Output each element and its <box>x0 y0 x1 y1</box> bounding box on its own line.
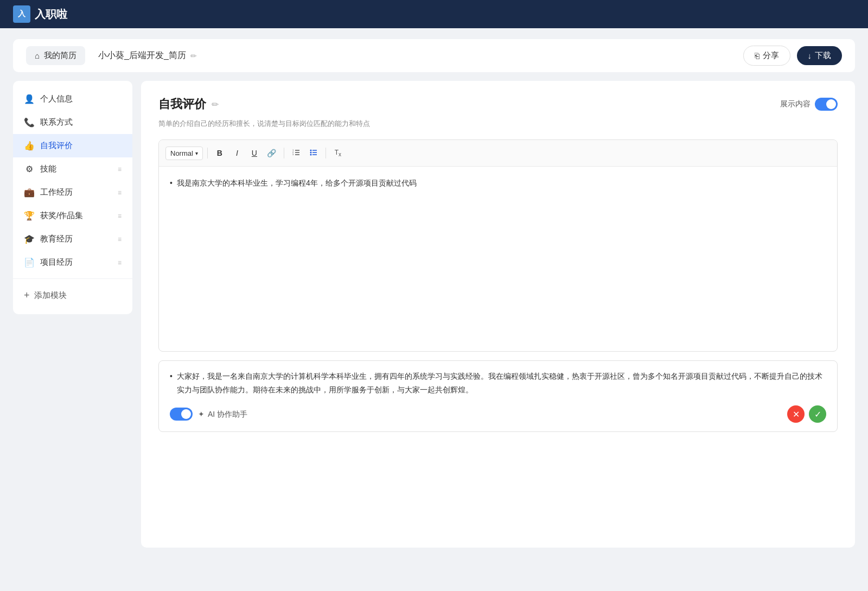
sidebar-item-self-eval[interactable]: 👍 自我评价 <box>13 134 132 157</box>
sidebar-label-education: 教育经历 <box>40 234 73 244</box>
resume-title-text: 小小葵_后端开发_简历 <box>98 50 186 61</box>
briefcase-icon: 💼 <box>24 187 35 198</box>
main-container: ⌂ 我的简历 小小葵_后端开发_简历 ✏ ⎗ 分享 ↓ 下载 👤 个 <box>0 28 868 558</box>
person-icon: 👤 <box>24 94 35 104</box>
app-name: 入职啦 <box>35 7 67 22</box>
drag-handle-skills: ≡ <box>118 166 122 173</box>
sidebar-label-skills: 技能 <box>40 164 56 174</box>
cancel-icon: ✕ <box>793 409 800 420</box>
sidebar-item-contact[interactable]: 📞 联系方式 <box>13 111 132 134</box>
share-label: 分享 <box>763 50 779 61</box>
sidebar-divider <box>13 278 132 279</box>
drag-handle-work: ≡ <box>118 189 122 196</box>
toolbar-divider-1 <box>207 148 208 158</box>
sidebar-label-projects: 项目经历 <box>40 257 73 268</box>
ul-icon <box>309 148 318 158</box>
underline-icon: U <box>252 149 257 157</box>
ai-sparkle-icon: ✦ <box>198 408 205 421</box>
confirm-icon: ✓ <box>814 409 821 420</box>
underline-button[interactable]: U <box>247 145 262 161</box>
toolbar-divider-2 <box>284 148 284 158</box>
thumb-icon: 👍 <box>24 141 35 151</box>
ai-suggestion-content: 大家好，我是一名来自南京大学的计算机科学本科毕业生，拥有四年的系统学习与实践经验… <box>177 370 826 397</box>
bold-button[interactable]: B <box>212 145 227 161</box>
phone-icon: 📞 <box>24 117 35 128</box>
display-toggle[interactable] <box>815 98 838 111</box>
sidebar-item-skills[interactable]: ⚙ 技能 ≡ <box>13 157 132 181</box>
ai-left: ✦ AI 协作助手 <box>170 408 247 421</box>
ai-toggle[interactable] <box>170 408 193 421</box>
ai-actions: ✕ ✓ <box>787 405 826 423</box>
header-actions: ⎗ 分享 ↓ 下载 <box>743 46 843 66</box>
bold-icon: B <box>217 149 222 157</box>
sidebar-item-projects[interactable]: 📄 项目经历 ≡ <box>13 251 132 274</box>
section-header: 自我评价 ✏ 展示内容 <box>158 96 838 112</box>
app-logo: 入 入职啦 <box>13 5 67 23</box>
ai-label: ✦ AI 协作助手 <box>198 408 247 421</box>
add-module-label: 添加模块 <box>34 290 67 301</box>
doc-icon: 📄 <box>24 257 35 268</box>
sidebar-item-education[interactable]: 🎓 教育经历 ≡ <box>13 227 132 251</box>
header-left: ⌂ 我的简历 小小葵_后端开发_简历 ✏ <box>26 46 197 65</box>
ai-suggestion-box: 大家好，我是一名来自南京大学的计算机科学本科毕业生，拥有四年的系统学习与实践经验… <box>158 360 838 432</box>
share-button[interactable]: ⎗ 分享 <box>743 46 790 66</box>
ol-icon: 1 2 3 <box>292 148 301 158</box>
header-bar: ⌂ 我的简历 小小葵_后端开发_简历 ✏ ⎗ 分享 ↓ 下载 <box>13 39 855 72</box>
edu-icon: 🎓 <box>24 234 35 244</box>
toggle-label: 展示内容 <box>780 99 810 109</box>
drag-handle-awards: ≡ <box>118 212 122 220</box>
format-select[interactable]: Normal ▾ <box>165 147 203 160</box>
chevron-down-icon: ▾ <box>195 150 198 156</box>
my-resume-label: 我的简历 <box>44 50 76 61</box>
svg-point-7 <box>310 151 311 153</box>
editor-container: Normal ▾ B I U 🔗 <box>158 139 838 352</box>
sidebar-item-work[interactable]: 💼 工作经历 ≡ <box>13 181 132 204</box>
svg-point-8 <box>310 154 311 155</box>
logo-icon: 入 <box>13 5 30 23</box>
sidebar-label-work: 工作经历 <box>40 187 73 198</box>
sidebar-label-self-eval: 自我评价 <box>40 141 73 151</box>
ai-footer: ✦ AI 协作助手 ✕ ✓ <box>170 405 826 423</box>
italic-icon: I <box>236 149 238 157</box>
sidebar-label-awards: 获奖/作品集 <box>40 211 83 221</box>
ai-suggestion-text: 大家好，我是一名来自南京大学的计算机科学本科毕业生，拥有四年的系统学习与实践经验… <box>170 370 826 397</box>
clear-format-icon: Tx <box>335 149 341 157</box>
download-button[interactable]: ↓ 下载 <box>797 46 843 65</box>
add-module-button[interactable]: + 添加模块 <box>13 283 132 308</box>
editor-text: 我是南京大学的本科毕业生，学习编程4年，给多个开源项目贡献过代码 <box>177 176 417 190</box>
italic-button[interactable]: I <box>229 145 245 161</box>
resume-title-edit-icon[interactable]: ✏ <box>190 52 197 60</box>
unordered-list-button[interactable] <box>306 145 321 161</box>
sidebar: 👤 个人信息 📞 联系方式 👍 自我评价 ⚙ 技能 ≡ 💼 工作经历 ≡ <box>13 81 132 314</box>
section-edit-icon[interactable]: ✏ <box>212 99 219 110</box>
editor-content[interactable]: 我是南京大学的本科毕业生，学习编程4年，给多个开源项目贡献过代码 <box>159 167 837 351</box>
link-button[interactable]: 🔗 <box>264 145 279 161</box>
toolbar-divider-3 <box>326 148 326 158</box>
topbar: 入 入职啦 <box>0 0 868 28</box>
section-title-row: 自我评价 ✏ <box>158 96 219 112</box>
section-title: 自我评价 <box>158 96 206 112</box>
resume-title: 小小葵_后端开发_简历 ✏ <box>98 50 197 61</box>
section-toggle: 展示内容 <box>780 98 838 111</box>
download-label: 下载 <box>815 50 831 61</box>
home-icon: ⌂ <box>35 51 40 60</box>
ai-cancel-button[interactable]: ✕ <box>787 405 805 423</box>
content-area: 👤 个人信息 📞 联系方式 👍 自我评价 ⚙ 技能 ≡ 💼 工作经历 ≡ <box>13 81 855 548</box>
add-icon: + <box>24 290 30 301</box>
ai-confirm-button[interactable]: ✓ <box>809 405 826 423</box>
section-hint: 简单的介绍自己的经历和擅长，说清楚与目标岗位匹配的能力和特点 <box>158 119 838 129</box>
sidebar-item-personal[interactable]: 👤 个人信息 <box>13 87 132 111</box>
share-icon: ⎗ <box>755 51 760 60</box>
sidebar-item-awards[interactable]: 🏆 获奖/作品集 ≡ <box>13 204 132 227</box>
editor-toolbar: Normal ▾ B I U 🔗 <box>159 140 837 167</box>
my-resume-button[interactable]: ⌂ 我的简历 <box>26 46 85 65</box>
ordered-list-button[interactable]: 1 2 3 <box>289 145 304 161</box>
right-panel: 自我评价 ✏ 展示内容 简单的介绍自己的经历和擅长，说清楚与目标岗位匹配的能力和… <box>141 81 855 548</box>
svg-point-6 <box>310 149 311 151</box>
clear-format-button[interactable]: Tx <box>330 145 346 161</box>
sidebar-label-personal: 个人信息 <box>40 94 73 104</box>
format-select-value: Normal <box>170 149 193 157</box>
sidebar-label-contact: 联系方式 <box>40 117 73 128</box>
skill-icon: ⚙ <box>24 164 35 174</box>
drag-handle-education: ≡ <box>118 236 122 243</box>
